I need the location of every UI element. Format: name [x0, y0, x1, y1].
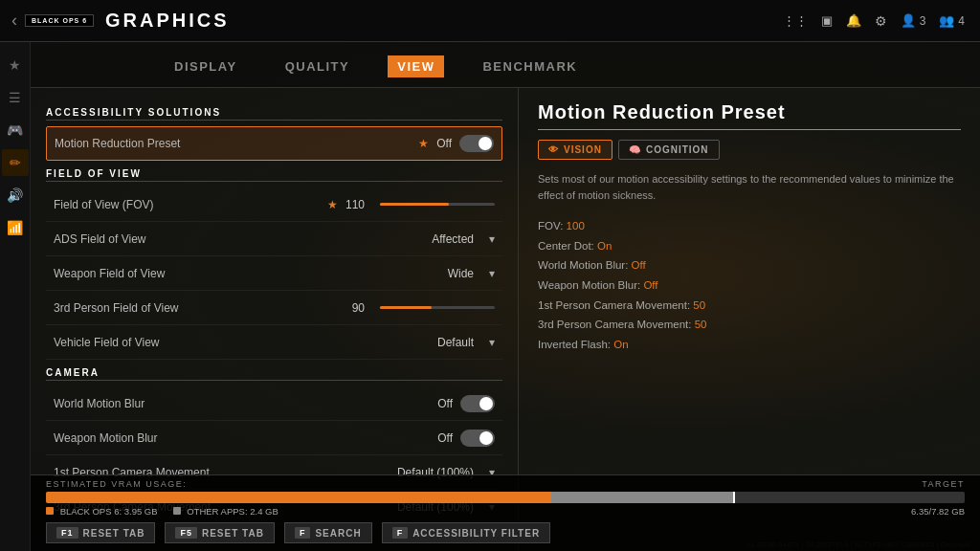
- sidebar-icon-audio[interactable]: 🔊: [2, 182, 29, 209]
- info-tab-vision[interactable]: 👁 VISION: [538, 140, 612, 160]
- info-fov: FOV: 100: [538, 216, 961, 236]
- vram-bo6-value: 3.95 GB: [124, 506, 158, 517]
- eye-icon: 👁: [548, 144, 559, 155]
- brain-icon: 🧠: [629, 144, 641, 155]
- setting-world-blur[interactable]: World Motion Blur Off: [46, 386, 502, 421]
- page-title: GRAPHICS: [105, 10, 230, 32]
- tab-quality[interactable]: QUALITY: [276, 55, 360, 77]
- monitor-icon[interactable]: ▣: [821, 13, 833, 28]
- vram-other-label: OTHER APPS:: [187, 506, 247, 517]
- reset-tab-label-2: RESET TAB: [202, 528, 264, 539]
- 3p-fov-slider-fill: [380, 306, 432, 309]
- weapon-blur-toggle[interactable]: [460, 430, 495, 447]
- world-blur-label: World Motion Blur: [54, 397, 437, 410]
- world-blur-value: Off: [437, 397, 453, 410]
- setting-3p-fov[interactable]: 3rd Person Field of View 90: [46, 291, 502, 325]
- game-logo: BLACK OPS 6: [25, 14, 94, 28]
- tab-benchmark[interactable]: BENCHMARK: [473, 55, 587, 77]
- reset-tab-key-1: F1: [56, 527, 78, 539]
- sidebar-icon-network[interactable]: 📶: [2, 214, 29, 241]
- weapon-blur-knob: [479, 431, 493, 445]
- world-blur-toggle[interactable]: [460, 395, 495, 412]
- other-dot: [173, 507, 181, 515]
- weapon-blur-value: Off: [437, 431, 453, 445]
- setting-fov[interactable]: Field of View (FOV) ★ 110: [46, 187, 502, 222]
- bo6-dot: [46, 507, 54, 515]
- fov-slider-track[interactable]: [380, 203, 495, 206]
- reset-tab-label-1: RESET TAB: [83, 528, 145, 539]
- sidebar-icon-star[interactable]: ★: [2, 52, 29, 78]
- 3p-fov-slider-container[interactable]: 90: [352, 301, 495, 315]
- search-label: SEARCH: [315, 528, 361, 539]
- info-1p-cam: 1st Person Camera Movement: 50: [538, 296, 961, 316]
- profile-count[interactable]: 👤 3: [901, 13, 926, 28]
- info-panel-title: Motion Reduction Preset: [538, 101, 961, 130]
- info-inverted-flash-value: On: [613, 339, 628, 350]
- sidebar-icon-edit[interactable]: ✏: [2, 149, 29, 176]
- cognition-tab-label: COGNITION: [646, 144, 709, 155]
- info-world-blur: World Motion Blur: Off: [538, 255, 961, 276]
- topbar-right: ⋮⋮ ▣ 🔔 ⚙ 👤 3 👥 4: [783, 13, 980, 29]
- vram-target-line: [733, 492, 735, 503]
- vram-other-value: 2.4 GB: [250, 506, 278, 517]
- info-3p-cam-value: 50: [695, 319, 707, 330]
- weapon-fov-value: Wide: [448, 267, 474, 280]
- reset-tab-key-2: F5: [175, 527, 197, 539]
- vram-bo6-info: BLACK OPS 6: 3.95 GB: [46, 506, 158, 517]
- vram-other-info: OTHER APPS: 2.4 GB: [173, 506, 278, 517]
- tab-display[interactable]: DISPLAY: [165, 55, 247, 77]
- info-settings-list: FOV: 100 Center Dot: On World Motion Blu…: [538, 216, 961, 355]
- section-accessibility-header: ACCESSIBILITY SOLUTIONS: [46, 107, 502, 121]
- setting-weapon-blur[interactable]: Weapon Motion Blur Off: [46, 421, 502, 455]
- info-weapon-blur: Weapon Motion Blur: Off: [538, 276, 961, 296]
- ads-fov-value: Affected: [432, 232, 474, 246]
- section-fov-header: FIELD OF VIEW: [46, 168, 502, 182]
- weapon-fov-dropdown-icon[interactable]: ▾: [489, 267, 495, 280]
- setting-weapon-fov[interactable]: Weapon Field of View Wide ▾: [46, 256, 502, 291]
- grid-icon[interactable]: ⋮⋮: [783, 13, 808, 28]
- sidebar-icon-menu[interactable]: ☰: [2, 84, 29, 111]
- logo-text: BLACK OPS 6: [32, 17, 87, 25]
- accessibility-filter-label: ACCESSIBILITY FILTER: [412, 528, 540, 539]
- accessibility-key: F: [392, 527, 409, 539]
- gear-icon[interactable]: ⚙: [875, 13, 887, 29]
- vram-estimated-label: ESTIMATED VRAM USAGE:: [46, 479, 187, 489]
- info-tab-cognition[interactable]: 🧠 COGNITION: [618, 140, 720, 160]
- vehicle-fov-label: Vehicle Field of View: [54, 336, 437, 349]
- tab-view[interactable]: VIEW: [388, 55, 444, 77]
- back-button[interactable]: ‹: [11, 11, 17, 31]
- setting-vehicle-fov[interactable]: Vehicle Field of View Default ▾: [46, 325, 502, 360]
- reset-tab-button-1[interactable]: F1 RESET TAB: [46, 522, 155, 543]
- 3p-fov-value: 90: [352, 301, 365, 315]
- info-description: Sets most of our motion accessibility se…: [538, 171, 961, 203]
- section-camera-header: CAMERA: [46, 367, 502, 381]
- 3p-fov-slider-track[interactable]: [380, 306, 495, 309]
- fov-label: Field of View (FOV): [54, 198, 320, 211]
- reset-tab-button-2[interactable]: F5 RESET TAB: [165, 522, 274, 543]
- fov-value: 110: [345, 198, 365, 211]
- ads-fov-label: ADS Field of View: [54, 232, 432, 246]
- vram-bar-bo6: [46, 492, 551, 503]
- accessibility-filter-button[interactable]: F ACCESSIBILITY FILTER: [382, 522, 550, 543]
- motion-reduction-star-icon: ★: [418, 137, 429, 150]
- search-button[interactable]: F SEARCH: [284, 522, 372, 543]
- motion-reduction-value: Off: [436, 137, 452, 150]
- bell-icon[interactable]: 🔔: [846, 13, 861, 28]
- vision-tab-label: VISION: [564, 144, 602, 155]
- setting-ads-fov[interactable]: ADS Field of View Affected ▾: [46, 222, 502, 256]
- topbar-logo: ‹ BLACK OPS 6 GRAPHICS: [0, 10, 241, 32]
- vram-bar: [46, 492, 965, 503]
- fov-slider-container[interactable]: 110: [345, 198, 495, 211]
- friends-count[interactable]: 👥 4: [939, 13, 965, 28]
- info-3p-cam: 3rd Person Camera Movement: 50: [538, 315, 961, 335]
- fov-slider-fill: [380, 203, 449, 206]
- ads-fov-dropdown-icon[interactable]: ▾: [489, 232, 495, 246]
- 3p-fov-label: 3rd Person Field of View: [54, 301, 352, 315]
- vram-bar-other: [551, 492, 735, 503]
- motion-reduction-toggle[interactable]: [459, 135, 494, 152]
- sidebar-icon-controller[interactable]: 🎮: [2, 117, 29, 143]
- bottom-buttons: F1 RESET TAB F5 RESET TAB F SEARCH F ACC…: [46, 517, 965, 549]
- topbar: ‹ BLACK OPS 6 GRAPHICS ⋮⋮ ▣ 🔔 ⚙ 👤 3 👥 4: [0, 0, 980, 42]
- setting-motion-reduction[interactable]: Motion Reduction Preset ★ Off: [46, 126, 502, 161]
- vehicle-fov-dropdown-icon[interactable]: ▾: [489, 336, 495, 349]
